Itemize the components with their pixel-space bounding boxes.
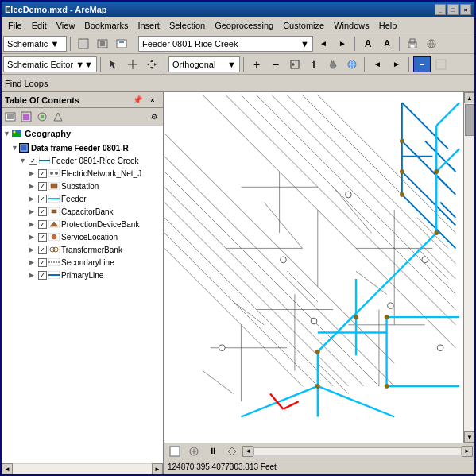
tool-hand[interactable] [324, 56, 342, 72]
toolbar-A-small[interactable]: A [378, 36, 396, 52]
toc-content[interactable]: ▼ Geography ▼ Data frame Feeder 0801-R [2, 126, 163, 463]
sep3 [354, 37, 356, 51]
layer-check-8[interactable]: ✓ [38, 246, 47, 254]
tool-move[interactable] [143, 56, 161, 72]
close-button[interactable]: × [460, 4, 471, 15]
vscroll-track[interactable] [464, 103, 474, 431]
app-title: ElecDemo.mxd - ArcMap [5, 5, 107, 14]
layer-name-6: ProtectionDeviceBank [61, 220, 139, 229]
layer-check-2[interactable]: ✓ [38, 169, 47, 178]
hscroll-left[interactable]: ◄ [2, 463, 13, 474]
toc-close-button[interactable]: × [145, 93, 160, 107]
map-hscroll-track[interactable] [253, 447, 462, 455]
svg-marker-145 [228, 447, 236, 455]
toolbar-btn-print[interactable] [404, 36, 421, 52]
bt-btn-3[interactable]: ⏸ [204, 443, 222, 459]
layer-check-4[interactable]: ✓ [38, 195, 47, 203]
menu-edit[interactable]: Edit [27, 20, 52, 31]
toolbar-A-large[interactable]: A [359, 36, 377, 52]
tool-zoom-in[interactable]: + [248, 56, 265, 72]
layer-check-10[interactable]: ✓ [38, 271, 47, 280]
hscroll-right[interactable]: ► [152, 463, 163, 474]
df-expand-icon: ▼ [11, 144, 19, 152]
tool-highlight[interactable] [413, 56, 431, 72]
menu-windows[interactable]: Windows [329, 20, 374, 31]
toolbar-btn-globe[interactable] [423, 36, 440, 52]
layer-feeder-main[interactable]: ▼ ✓ Feeder 0801-Rice Creek [2, 154, 163, 167]
bt-btn-1[interactable] [166, 443, 184, 459]
map-canvas[interactable] [164, 92, 463, 443]
hscroll-track[interactable] [13, 464, 152, 474]
layer-name-9: SecondaryLine [61, 258, 114, 267]
toc-tab-source[interactable] [35, 110, 49, 124]
menu-geoprocessing[interactable]: Geoprocessing [210, 20, 278, 31]
tool-zoom-rect[interactable] [286, 56, 304, 72]
toc-title: Table Of Contents [5, 95, 79, 105]
layer-check-7[interactable]: ✓ [38, 233, 47, 242]
vscroll-thumb[interactable] [465, 104, 474, 136]
dataframe-item[interactable]: ▼ Data frame Feeder 0801-R [2, 141, 163, 154]
toc-tab-layers[interactable] [19, 110, 33, 124]
menu-insert[interactable]: Insert [133, 20, 164, 31]
sep9 [408, 57, 410, 72]
tool-globe2[interactable] [343, 56, 361, 72]
layer-secondary[interactable]: ▶ ✓ SecondaryLine [2, 256, 163, 269]
feeder-dropdown[interactable]: Feeder 0801-Rice Creek ▼ [138, 36, 313, 52]
layer-check-9[interactable]: ✓ [38, 258, 47, 267]
toc-pin-button[interactable]: 📌 [130, 93, 145, 107]
toolbar-btn-2[interactable] [94, 36, 111, 52]
editor-dropdown[interactable]: Schematic Editor ▼ ▼ [3, 56, 97, 72]
layer-check-3[interactable]: ✓ [38, 182, 47, 191]
geography-section[interactable]: ▼ Geography [2, 126, 163, 141]
menu-selection[interactable]: Selection [164, 20, 210, 31]
toc-tab-extra[interactable] [51, 110, 65, 124]
toolbar-btn-3[interactable] [113, 36, 130, 52]
tool-extra[interactable] [432, 56, 450, 72]
tool-select[interactable] [105, 56, 122, 72]
svg-rect-1 [80, 41, 87, 47]
maximize-button[interactable]: □ [447, 4, 459, 15]
svg-point-125 [400, 169, 404, 174]
tool-fwd[interactable]: ► [388, 56, 405, 72]
mode-dropdown[interactable]: Orthogonal ▼ [168, 56, 240, 72]
layer-service[interactable]: ▶ ✓ ServiceLocation [2, 230, 163, 243]
toc-btn-options[interactable]: ⚙ [147, 110, 161, 124]
tool-crosshair[interactable] [124, 56, 141, 72]
schematic-dropdown[interactable]: Schematic ▼ [3, 36, 67, 52]
layer-capacitor[interactable]: ▶ ✓ CapacitorBank [2, 205, 163, 218]
vscroll-up[interactable]: ▲ [464, 92, 474, 103]
toc-tab-list[interactable] [3, 110, 17, 124]
svg-rect-47 [51, 184, 57, 188]
layer-transformer[interactable]: ▶ ✓ TransformerBank [2, 243, 163, 256]
menu-customize[interactable]: Customize [278, 20, 329, 31]
toolbar-btn-1[interactable] [75, 36, 92, 52]
content-area: Table Of Contents 📌 × [2, 92, 474, 474]
menu-bookmarks[interactable]: Bookmarks [79, 20, 133, 31]
layer-feeder[interactable]: ▶ ✓ Feeder [2, 192, 163, 205]
layer-check-5[interactable]: ✓ [38, 207, 47, 216]
menu-view[interactable]: View [52, 20, 80, 31]
layer-substation[interactable]: ▶ ✓ Substation [2, 180, 163, 192]
bt-btn-4[interactable] [223, 443, 241, 459]
tool-back[interactable]: ◄ [369, 56, 386, 72]
bt-btn-2[interactable] [185, 443, 203, 459]
layer-check-1[interactable]: ✓ [29, 157, 37, 165]
map-vscroll[interactable]: ▲ ▼ [463, 92, 474, 443]
minimize-button[interactable]: _ [435, 4, 446, 15]
layer-check-6[interactable]: ✓ [38, 220, 47, 229]
layer-expand-7: ▶ [29, 233, 37, 241]
feeder-nav-next[interactable]: ► [334, 36, 351, 52]
menu-file[interactable]: File [3, 20, 27, 31]
sidebar-hscroll[interactable]: ◄ ► [2, 463, 163, 474]
tool-zoom-out[interactable]: − [267, 56, 284, 72]
menu-help[interactable]: Help [374, 20, 402, 31]
feeder-nav-prev[interactable]: ◄ [315, 36, 332, 52]
vscroll-down[interactable]: ▼ [464, 431, 474, 443]
layer-protection[interactable]: ▶ ✓ ProtectionDeviceBank [2, 218, 163, 230]
tool-pan[interactable] [305, 56, 323, 72]
layer-electric[interactable]: ▶ ✓ ElectricNetwork_Net_J [2, 167, 163, 180]
map-hscroll-left[interactable]: ◄ [242, 446, 253, 457]
editor-label: Schematic Editor ▼ [7, 60, 84, 69]
map-hscroll-right[interactable]: ► [462, 446, 473, 457]
layer-primary[interactable]: ▶ ✓ PrimaryLine [2, 269, 163, 281]
